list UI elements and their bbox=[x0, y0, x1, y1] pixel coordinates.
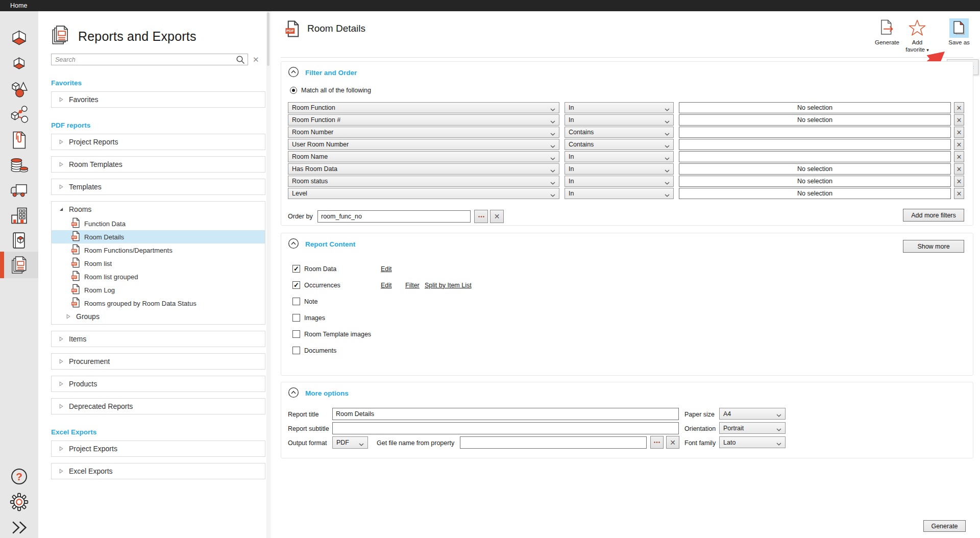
paper-size-select[interactable]: A4 bbox=[719, 408, 786, 420]
filter-field-select[interactable]: Level bbox=[288, 188, 559, 199]
sidebar-item-finance-module[interactable] bbox=[0, 152, 38, 178]
get-file-name-input[interactable] bbox=[460, 436, 647, 449]
sidebar-item-reports-module[interactable] bbox=[0, 252, 38, 278]
report-subtitle-input[interactable] bbox=[332, 422, 679, 434]
sidebar-item-items-module[interactable] bbox=[0, 76, 38, 102]
tree-group-row[interactable]: Project Reports bbox=[52, 134, 265, 150]
sidebar-item-occurrences-module[interactable] bbox=[0, 102, 38, 127]
tree-collapsed-icon[interactable] bbox=[59, 162, 63, 167]
tree-item[interactable]: PDFRoom list bbox=[52, 257, 265, 270]
scrollbar-thumb[interactable] bbox=[267, 12, 270, 66]
tree-collapsed-icon[interactable] bbox=[66, 314, 70, 319]
remove-filter-button[interactable]: ✕ bbox=[954, 102, 964, 113]
remove-filter-button[interactable]: ✕ bbox=[954, 114, 964, 126]
sidebar-item-room-module[interactable] bbox=[0, 26, 38, 51]
font-family-select[interactable]: Lato bbox=[719, 436, 786, 448]
orientation-select[interactable]: Portrait bbox=[719, 422, 786, 434]
generate-toolbar-button[interactable]: Generate bbox=[872, 18, 902, 46]
tree-collapsed-icon[interactable] bbox=[59, 139, 63, 144]
tree-group-row[interactable]: Items bbox=[52, 331, 265, 347]
remove-filter-button[interactable]: ✕ bbox=[954, 188, 964, 199]
tree-group-row[interactable]: Project Exports bbox=[52, 441, 265, 456]
filter-field-select[interactable]: Room Number bbox=[288, 127, 559, 138]
filter-field-select[interactable]: Room Function # bbox=[288, 114, 559, 126]
remove-filter-button[interactable]: ✕ bbox=[954, 176, 964, 187]
checkbox[interactable] bbox=[292, 314, 300, 322]
sidebar-item-help[interactable]: ? bbox=[0, 463, 38, 489]
tree-group-row[interactable]: Excel Exports bbox=[52, 463, 265, 479]
tree-expanded-icon[interactable] bbox=[59, 207, 63, 212]
filter-value-select[interactable]: No selection bbox=[679, 102, 951, 113]
filter-operator-select[interactable]: Contains bbox=[565, 127, 674, 138]
panel-scrollbar[interactable] bbox=[266, 11, 270, 538]
report-title-input[interactable] bbox=[332, 408, 679, 420]
tree-collapsed-icon[interactable] bbox=[59, 381, 63, 386]
filter-value-input[interactable] bbox=[679, 151, 951, 162]
content-link-edit[interactable]: Edit bbox=[381, 265, 392, 273]
tree-group-row[interactable]: Rooms bbox=[52, 202, 265, 217]
match-all-radio[interactable] bbox=[290, 87, 297, 94]
remove-filter-button[interactable]: ✕ bbox=[954, 151, 964, 162]
filter-field-select[interactable]: Room Function bbox=[288, 102, 559, 113]
output-format-select[interactable]: PDF bbox=[332, 436, 368, 449]
tree-collapsed-icon[interactable] bbox=[59, 184, 63, 189]
filter-operator-select[interactable]: In bbox=[565, 114, 674, 126]
file-name-clear-button[interactable]: ✕ bbox=[666, 436, 679, 449]
sidebar-item-buildings-module[interactable] bbox=[0, 203, 38, 228]
checkbox-checked[interactable]: ✓ bbox=[292, 281, 300, 289]
filter-field-select[interactable]: Has Room Data bbox=[288, 163, 559, 175]
filter-field-select[interactable]: User Room Number bbox=[288, 139, 559, 150]
tree-item[interactable]: PDFRoom Functions/Departments bbox=[52, 243, 265, 257]
tree-collapsed-icon[interactable] bbox=[59, 469, 63, 474]
filter-field-select[interactable]: Room Name bbox=[288, 151, 559, 162]
filter-value-input[interactable] bbox=[679, 127, 951, 138]
order-by-input[interactable] bbox=[317, 210, 471, 223]
content-link-split-by-item-list[interactable]: Split by Item List bbox=[425, 282, 472, 289]
sidebar-item-documents-module[interactable] bbox=[0, 127, 38, 153]
order-by-clear-button[interactable]: ✕ bbox=[490, 210, 504, 223]
tree-subgroup-row[interactable]: Groups bbox=[52, 310, 265, 324]
filter-value-select[interactable]: No selection bbox=[679, 188, 951, 199]
filter-operator-select[interactable]: Contains bbox=[565, 139, 674, 150]
sidebar-item-expand-sidebar[interactable] bbox=[0, 515, 38, 538]
sidebar-item-room-template-module[interactable] bbox=[0, 51, 38, 77]
filter-value-select[interactable]: No selection bbox=[679, 176, 951, 187]
tree-item[interactable]: PDFRooms grouped by Room Data Status bbox=[52, 297, 265, 310]
collapse-section-icon[interactable] bbox=[288, 238, 299, 249]
filter-value-select[interactable]: No selection bbox=[679, 114, 951, 126]
filter-operator-select[interactable]: In bbox=[565, 163, 674, 175]
filter-field-select[interactable]: Room status bbox=[288, 176, 559, 187]
filter-value-input[interactable] bbox=[679, 139, 951, 150]
tree-collapsed-icon[interactable] bbox=[59, 446, 63, 451]
tree-group-row[interactable]: Room Templates bbox=[52, 157, 265, 172]
filter-operator-select[interactable]: In bbox=[565, 188, 674, 199]
collapse-section-icon[interactable] bbox=[288, 66, 299, 78]
tree-item[interactable]: PDFRoom Log bbox=[52, 283, 265, 297]
tree-collapsed-icon[interactable] bbox=[59, 97, 63, 102]
content-link-filter[interactable]: Filter bbox=[405, 282, 420, 289]
search-box[interactable] bbox=[51, 54, 248, 65]
add-favorite-button[interactable]: Add favorite ▾ bbox=[903, 18, 932, 54]
checkbox[interactable] bbox=[292, 298, 300, 305]
sidebar-item-procurement-module[interactable] bbox=[0, 178, 38, 203]
remove-filter-button[interactable]: ✕ bbox=[954, 127, 964, 138]
save-as-button[interactable]: Save as bbox=[946, 18, 972, 46]
tree-group-row[interactable]: Procurement bbox=[52, 354, 265, 369]
tree-group-row[interactable]: Favorites bbox=[52, 92, 265, 107]
file-name-browse-button[interactable] bbox=[650, 436, 664, 449]
remove-filter-button[interactable]: ✕ bbox=[954, 139, 964, 150]
checkbox-checked[interactable]: ✓ bbox=[292, 265, 300, 273]
tree-group-row[interactable]: Templates bbox=[52, 179, 265, 194]
filter-operator-select[interactable]: In bbox=[565, 176, 674, 187]
tree-collapsed-icon[interactable] bbox=[59, 404, 63, 409]
show-more-button[interactable]: Show more bbox=[903, 240, 964, 253]
remove-filter-button[interactable]: ✕ bbox=[954, 163, 964, 175]
sidebar-item-catalog-module[interactable] bbox=[0, 228, 38, 253]
tree-group-row[interactable]: Deprecated Reports bbox=[52, 399, 265, 414]
order-by-browse-button[interactable] bbox=[474, 210, 488, 223]
tree-item-selected[interactable]: PDFRoom Details bbox=[52, 230, 265, 243]
tree-item[interactable]: PDFFunction Data bbox=[52, 217, 265, 230]
tree-item[interactable]: PDFRoom list grouped bbox=[52, 270, 265, 283]
sidebar-item-settings-gear[interactable] bbox=[0, 489, 38, 515]
checkbox[interactable] bbox=[292, 330, 300, 338]
